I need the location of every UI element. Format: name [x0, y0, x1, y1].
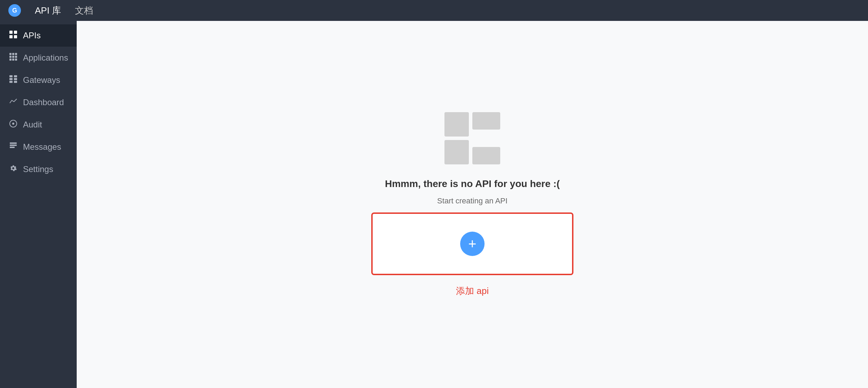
sidebar-label-applications: Applications	[23, 53, 68, 63]
sidebar-item-gateways[interactable]: Gateways	[0, 69, 77, 91]
gateway-icon	[8, 75, 18, 85]
add-api-button[interactable]: +	[460, 232, 485, 256]
svg-rect-6	[15, 53, 17, 55]
svg-rect-13	[9, 75, 13, 77]
svg-rect-23	[10, 147, 15, 148]
messages-icon	[8, 142, 18, 152]
logo: G	[8, 4, 21, 17]
empty-title: Hmmm, there is no API for you here :(	[385, 178, 559, 189]
header-nav: API 库 文档	[35, 5, 93, 17]
settings-icon	[8, 164, 18, 174]
sidebar-item-messages[interactable]: Messages	[0, 136, 77, 158]
sidebar-item-dashboard[interactable]: Dashboard	[0, 91, 77, 114]
svg-rect-7	[9, 56, 12, 58]
audit-icon	[8, 120, 18, 130]
svg-rect-0	[9, 31, 13, 34]
layout: APIs Applications	[0, 21, 868, 388]
placeholder-block-4	[472, 147, 500, 164]
svg-rect-11	[12, 59, 14, 61]
placeholder-block-1	[444, 112, 469, 137]
sidebar-item-apis[interactable]: APIs	[0, 24, 77, 47]
svg-rect-14	[14, 75, 17, 77]
svg-rect-4	[9, 53, 12, 55]
sidebar-label-gateways: Gateways	[23, 75, 60, 85]
svg-rect-17	[9, 81, 13, 83]
svg-point-20	[12, 123, 14, 125]
empty-state: Hmmm, there is no API for you here :( St…	[371, 112, 573, 297]
sidebar-item-settings[interactable]: Settings	[0, 158, 77, 180]
placeholder-block-3	[444, 140, 469, 164]
svg-rect-15	[9, 78, 13, 80]
apps-icon	[8, 53, 18, 63]
sidebar-label-messages: Messages	[23, 142, 61, 152]
sidebar-label-audit: Audit	[23, 120, 42, 130]
empty-illustration	[444, 112, 500, 164]
svg-rect-3	[14, 35, 17, 38]
sidebar-item-audit[interactable]: Audit	[0, 114, 77, 136]
header-nav-docs[interactable]: 文档	[75, 5, 93, 17]
sidebar-item-applications[interactable]: Applications	[0, 47, 77, 69]
svg-rect-8	[12, 56, 14, 58]
svg-rect-10	[9, 59, 12, 61]
svg-rect-1	[14, 31, 17, 34]
sidebar: APIs Applications	[0, 21, 77, 388]
header-nav-api-library[interactable]: API 库	[35, 5, 61, 17]
svg-rect-12	[15, 59, 17, 61]
sidebar-label-apis: APIs	[23, 31, 41, 40]
grid-icon	[8, 31, 18, 40]
main-content: Hmmm, there is no API for you here :( St…	[77, 21, 868, 388]
svg-rect-5	[12, 53, 14, 55]
sidebar-label-settings: Settings	[23, 164, 53, 174]
svg-rect-2	[9, 35, 13, 38]
add-api-box[interactable]: +	[371, 212, 573, 275]
add-api-label: 添加 api	[456, 285, 489, 297]
placeholder-block-2	[472, 112, 500, 130]
chart-icon	[8, 98, 18, 107]
header: G API 库 文档	[0, 0, 868, 21]
svg-rect-9	[15, 56, 17, 58]
sidebar-label-dashboard: Dashboard	[23, 98, 64, 107]
logo-icon: G	[8, 4, 21, 17]
svg-rect-18	[14, 81, 17, 83]
empty-subtitle: Start creating an API	[437, 196, 508, 205]
svg-rect-21	[10, 142, 17, 144]
svg-rect-22	[10, 145, 17, 146]
svg-rect-16	[14, 78, 17, 80]
